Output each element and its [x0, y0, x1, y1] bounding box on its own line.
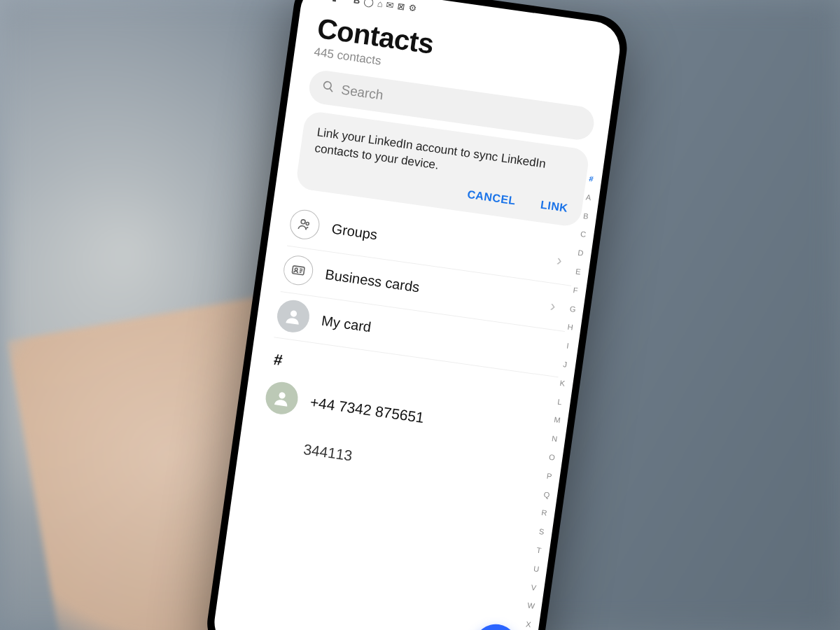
alpha-index-letter[interactable]: B: [583, 212, 589, 220]
svg-point-5: [295, 268, 298, 271]
wifi-icon: [340, 0, 351, 5]
alpha-index-letter[interactable]: V: [531, 583, 537, 592]
chat-icon: ✉: [386, 0, 395, 10]
alpha-index-letter[interactable]: A: [585, 193, 592, 202]
alpha-index-letter[interactable]: U: [533, 565, 539, 573]
alpha-index-letter[interactable]: M: [554, 416, 561, 425]
svg-rect-4: [292, 266, 304, 275]
alpha-index-letter[interactable]: P: [546, 472, 552, 480]
alpha-index-letter[interactable]: L: [557, 398, 563, 406]
network-label: 4G: [316, 0, 329, 1]
svg-line-1: [330, 88, 333, 92]
avatar-icon: [275, 298, 312, 335]
alpha-index-letter[interactable]: J: [563, 360, 568, 369]
alpha-index-letter[interactable]: X: [526, 621, 532, 629]
home-icon: ⌂: [377, 0, 384, 8]
svg-point-3: [306, 223, 309, 226]
gear-icon: ⚙: [408, 3, 418, 13]
svg-line-6: [300, 270, 302, 270]
alpha-index-letter[interactable]: I: [566, 342, 570, 350]
ring-icon: ◯: [363, 0, 374, 7]
svg-point-2: [301, 220, 306, 225]
alpha-index-letter[interactable]: O: [548, 454, 555, 462]
alpha-index-letter[interactable]: S: [538, 528, 545, 536]
alpha-index-letter[interactable]: G: [569, 304, 576, 313]
alpha-index-letter[interactable]: R: [541, 509, 547, 517]
contact-name: +44 7342 875651: [309, 393, 426, 426]
svg-point-9: [290, 310, 297, 317]
alpha-index-letter[interactable]: D: [578, 249, 584, 258]
groups-icon: [288, 208, 321, 241]
alpha-index-letter[interactable]: E: [575, 267, 581, 276]
cancel-button[interactable]: CANCEL: [466, 188, 516, 208]
chevron-right-icon: ›: [556, 251, 564, 270]
alpha-index-letter[interactable]: T: [536, 546, 542, 554]
card-icon: [281, 254, 314, 287]
contact-name: 344113: [302, 441, 354, 465]
svg-point-10: [279, 392, 286, 399]
alpha-index-letter[interactable]: N: [552, 435, 558, 443]
mail-icon: ⊠: [397, 1, 406, 11]
add-contact-button[interactable]: [471, 622, 520, 630]
svg-line-7: [300, 271, 302, 272]
avatar-icon: [264, 380, 300, 416]
bold-b-icon: B: [353, 0, 360, 5]
alpha-index-letter[interactable]: C: [580, 230, 587, 239]
alpha-index-letter[interactable]: K: [559, 379, 566, 388]
signal-icon: ▮: [332, 0, 338, 2]
alpha-index-letter[interactable]: F: [573, 286, 578, 295]
alpha-index-letter[interactable]: #: [589, 175, 594, 183]
link-button[interactable]: LINK: [540, 198, 568, 214]
search-icon: [321, 79, 335, 97]
alpha-index-letter[interactable]: W: [527, 602, 536, 610]
alpha-index-letter[interactable]: Q: [543, 491, 550, 499]
alpha-index-letter[interactable]: H: [567, 323, 573, 332]
chevron-right-icon: ›: [549, 297, 556, 316]
